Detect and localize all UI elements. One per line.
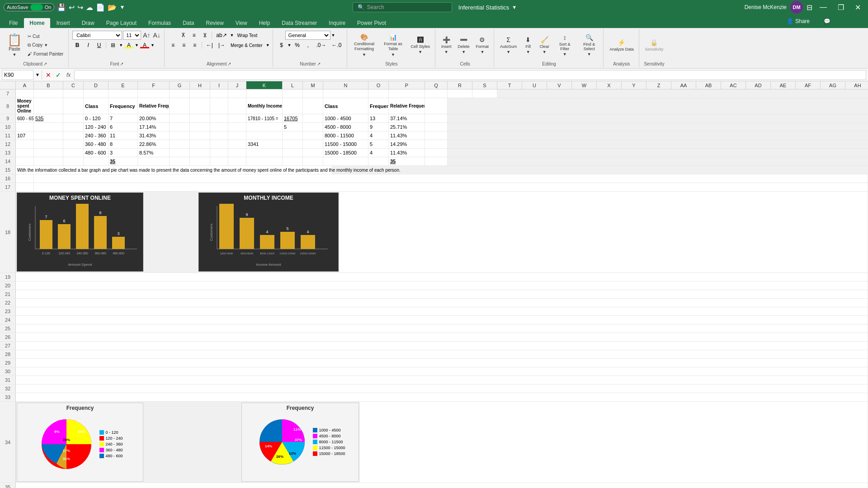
col-header-J[interactable]: J <box>228 81 246 89</box>
cell-styles-button[interactable]: 🅰 Cell Styles ▼ <box>409 35 433 56</box>
fill-color-button[interactable]: A <box>124 41 134 50</box>
cell-A15[interactable]: With the information collected a bar gra… <box>16 166 332 174</box>
cell-J12[interactable] <box>228 140 246 148</box>
cell-G8[interactable] <box>170 98 190 114</box>
cell-J9[interactable] <box>228 114 246 122</box>
font-decrease-button[interactable]: A↓ <box>152 32 161 39</box>
merge-center-button[interactable]: Merge & Center <box>228 41 265 50</box>
cell-D11[interactable]: 240 - 360 <box>84 131 108 140</box>
cut-button[interactable]: ✂ Cut <box>25 33 66 40</box>
font-expand-icon[interactable]: ↗ <box>120 61 123 66</box>
border-dropdown-icon[interactable]: ▼ <box>119 43 123 47</box>
font-increase-button[interactable]: A↑ <box>142 32 151 39</box>
clear-dropdown-icon[interactable]: ▼ <box>542 50 547 54</box>
col-header-C[interactable]: C <box>63 81 84 89</box>
col-header-S[interactable]: S <box>472 81 497 89</box>
cell-D9[interactable]: 0 - 120 <box>84 114 108 122</box>
cell-N12[interactable]: 11500 - 15000 <box>323 140 368 148</box>
cell-H8[interactable] <box>190 98 210 114</box>
paste-button[interactable]: 📋 Paste ▼ <box>5 33 24 58</box>
cell-F12[interactable]: 22.86% <box>138 140 170 148</box>
col-header-P[interactable]: P <box>389 81 425 89</box>
cell-rest-17[interactable] <box>34 183 868 191</box>
close-button[interactable]: ✕ <box>851 3 864 12</box>
border-button[interactable]: ⊞ <box>108 41 118 50</box>
dropdown-customize-icon[interactable]: ▼ <box>119 4 125 10</box>
cell-B10[interactable] <box>34 123 63 131</box>
tab-insert[interactable]: Insert <box>51 18 75 28</box>
col-header-B[interactable]: B <box>34 81 63 89</box>
tab-draw[interactable]: Draw <box>76 18 100 28</box>
cell-L7[interactable] <box>283 89 303 98</box>
clear-button[interactable]: 🧹 Clear ▼ <box>537 35 552 56</box>
cell-N10[interactable]: 4500 - 8000 <box>323 123 368 131</box>
fill-dropdown-icon[interactable]: ▼ <box>526 50 530 54</box>
sort-filter-button[interactable]: ↕ Sort & Filter ▼ <box>553 33 576 58</box>
sort-filter-dropdown-icon[interactable]: ▼ <box>563 52 567 56</box>
insert-cells-button[interactable]: ➕ Insert ▼ <box>439 35 454 56</box>
cell-L14[interactable] <box>283 157 303 165</box>
cell-Q11[interactable] <box>425 131 448 140</box>
cell-I11[interactable] <box>210 131 228 140</box>
cell-I13[interactable] <box>210 149 228 157</box>
cell-G7[interactable] <box>170 89 190 98</box>
col-header-AG[interactable]: AG <box>821 81 845 89</box>
merge-dropdown-icon[interactable]: ▼ <box>266 43 270 47</box>
orientation-dropdown-icon[interactable]: ▼ <box>230 33 234 38</box>
cell-A11[interactable]: 107 <box>16 131 34 140</box>
col-header-Y[interactable]: Y <box>622 81 646 89</box>
cell-M11[interactable] <box>303 131 323 140</box>
cell-G14[interactable] <box>170 157 190 165</box>
cell-M8[interactable] <box>303 98 323 114</box>
cell-I9[interactable] <box>210 114 228 122</box>
comments-button[interactable]: 💬 Comments <box>818 16 864 27</box>
cell-C11[interactable] <box>63 131 84 140</box>
cell-N11[interactable]: 8000 - 11500 <box>323 131 368 140</box>
delete-cells-dropdown-icon[interactable]: ▼ <box>462 50 466 54</box>
align-middle-button[interactable]: ≡ <box>189 31 199 40</box>
formula-confirm-button[interactable]: ✓ <box>54 71 63 79</box>
align-center-button[interactable]: ≡ <box>179 41 189 50</box>
cell-G13[interactable] <box>170 149 190 157</box>
analyze-data-button[interactable]: ⚡ Analyze Data <box>607 38 636 53</box>
col-header-O[interactable]: O <box>368 81 389 89</box>
font-color-button[interactable]: A <box>140 41 150 50</box>
cell-L12[interactable] <box>283 140 303 148</box>
cell-N7[interactable] <box>323 89 368 98</box>
decrease-decimal-button[interactable]: ←.0 <box>330 41 344 50</box>
align-right-button[interactable]: ≡ <box>190 41 200 50</box>
cell-H14[interactable] <box>190 157 210 165</box>
cell-Q13[interactable] <box>425 149 448 157</box>
cell-P8[interactable]: Relative Frequency <box>389 98 425 114</box>
cell-H11[interactable] <box>190 131 210 140</box>
indent-decrease-button[interactable]: ←| <box>204 41 215 50</box>
currency-dropdown-icon[interactable]: ▼ <box>288 43 292 47</box>
format-cells-dropdown-icon[interactable]: ▼ <box>480 50 484 54</box>
cell-P7[interactable] <box>389 89 425 98</box>
cell-styles-dropdown-icon[interactable]: ▼ <box>418 50 422 54</box>
percent-button[interactable]: % <box>292 41 302 50</box>
pie-chart-money[interactable]: Frequency 26 <box>17 403 143 482</box>
format-as-table-button[interactable]: 📊 Format as Table ▼ <box>380 32 407 58</box>
cell-D13[interactable]: 480 - 600 <box>84 149 108 157</box>
cell-P10[interactable]: 25.71% <box>389 123 425 131</box>
save-icon[interactable]: 💾 <box>57 3 66 12</box>
format-painter-button[interactable]: 🖌 Format Painter <box>25 50 66 58</box>
cell-S7[interactable] <box>472 89 497 98</box>
cell-I12[interactable] <box>210 140 228 148</box>
currency-button[interactable]: $ <box>277 41 287 50</box>
orientation-button[interactable]: ab↗ <box>214 31 229 40</box>
cell-H13[interactable] <box>190 149 210 157</box>
cell-C10[interactable] <box>63 123 84 131</box>
cell-E13[interactable]: 3 <box>108 149 138 157</box>
cell-N14[interactable] <box>323 157 368 165</box>
cell-rest-34[interactable] <box>360 402 868 483</box>
cell-I14[interactable] <box>210 157 228 165</box>
col-header-I[interactable]: I <box>210 81 228 89</box>
cell-K10[interactable] <box>246 123 283 131</box>
cell-E7[interactable] <box>108 89 138 98</box>
autosave-toggle[interactable] <box>30 4 43 10</box>
col-header-L[interactable]: L <box>283 81 303 89</box>
tab-help[interactable]: Help <box>254 18 276 28</box>
col-header-AH[interactable]: AH <box>845 81 868 89</box>
